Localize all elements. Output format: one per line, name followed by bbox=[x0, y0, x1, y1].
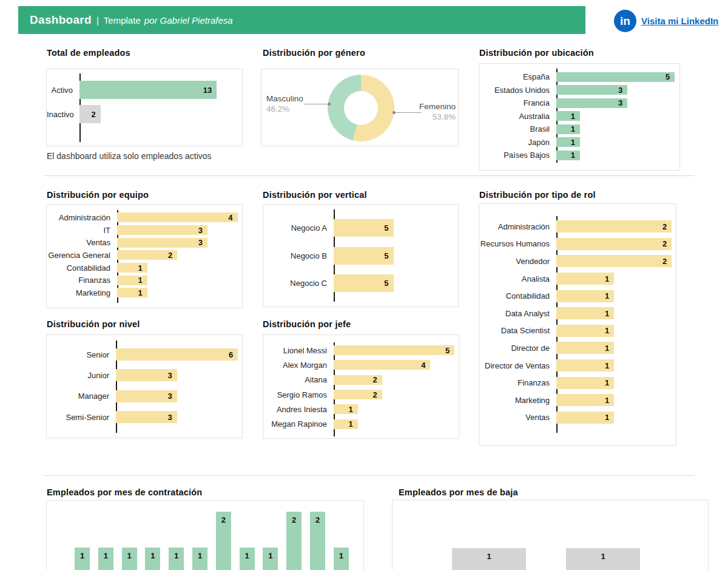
value-label: 2 bbox=[92, 110, 101, 119]
donut-callout-masculino: Masculino 46.2% bbox=[266, 94, 303, 114]
category-label: Activo bbox=[47, 86, 79, 95]
value-label: 2 bbox=[286, 515, 302, 524]
value-label: 1 bbox=[122, 551, 137, 560]
bar-row: Manager3 bbox=[47, 386, 242, 407]
bar: 1 bbox=[556, 412, 614, 424]
bar-row: Contabilidad1 bbox=[47, 262, 242, 274]
value-label: 3 bbox=[618, 86, 627, 95]
bar-track: 1 bbox=[556, 287, 676, 305]
column-bar: 1 bbox=[122, 548, 137, 570]
bar: 2 bbox=[556, 220, 672, 232]
bar: 1 bbox=[556, 111, 580, 121]
bar-row: Inactivo2 bbox=[47, 102, 242, 126]
category-label: Estados Unidos bbox=[479, 86, 556, 95]
value-label: 1 bbox=[334, 551, 349, 560]
bar: 3 bbox=[556, 98, 627, 108]
bar-row: Analista1 bbox=[479, 270, 676, 288]
value-label: 1 bbox=[349, 405, 358, 414]
bar-row: Francia3 bbox=[479, 97, 679, 110]
category-label: Megan Rapinoe bbox=[263, 419, 334, 429]
value-label: 4 bbox=[228, 213, 237, 222]
bar-track: 2 bbox=[556, 253, 676, 270]
category-label: Japón bbox=[479, 138, 556, 147]
value-label: 1 bbox=[605, 344, 614, 353]
bar: 3 bbox=[116, 369, 177, 381]
value-label: 1 bbox=[169, 551, 184, 560]
bar-row: Semi-Senior3 bbox=[47, 407, 242, 427]
bar-track: 3 bbox=[116, 365, 242, 385]
value-label: 1 bbox=[571, 138, 580, 147]
dashboard-page: { "header": { "title": "Dashboard", "sep… bbox=[0, 0, 728, 570]
bar-track: 1 bbox=[334, 416, 459, 431]
bar-row: Lionel Messi5 bbox=[263, 343, 459, 358]
chart-title-equipo: Distribución por equipo bbox=[47, 190, 149, 200]
value-label: 2 bbox=[372, 375, 382, 384]
linkedin-icon[interactable]: in bbox=[614, 10, 636, 32]
bar-track: 1 bbox=[117, 274, 242, 287]
category-label: Australia bbox=[479, 112, 556, 121]
bar-track: 4 bbox=[117, 211, 242, 224]
category-label: Marketing bbox=[47, 288, 117, 297]
category-label: Negocio B bbox=[263, 251, 334, 260]
bar-row: Finanzas1 bbox=[47, 274, 242, 287]
equipo-chart: Administración4IT3Ventas3Gerencia Genera… bbox=[46, 204, 243, 308]
category-label: Marketing bbox=[479, 396, 556, 405]
bar: 6 bbox=[116, 348, 238, 361]
bar-track: 1 bbox=[556, 270, 676, 288]
bar-row: Data Scientist1 bbox=[479, 322, 676, 340]
value-label: 5 bbox=[384, 223, 393, 232]
value-label: 3 bbox=[198, 238, 207, 247]
chart-title-genero: Distribución por género bbox=[263, 48, 365, 58]
value-label: 1 bbox=[571, 124, 580, 134]
bar-track: 1 bbox=[556, 357, 676, 375]
category-label: España bbox=[479, 72, 556, 81]
bar-track: 2 bbox=[334, 373, 459, 387]
bar: 1 bbox=[556, 359, 614, 372]
value-label: 1 bbox=[349, 419, 358, 429]
bar-track: 1 bbox=[556, 322, 676, 340]
bar: 3 bbox=[556, 85, 627, 95]
bar-row: Sergio Ramos2 bbox=[263, 387, 459, 402]
value-label: 1 bbox=[605, 291, 614, 300]
value-label: 1 bbox=[605, 274, 614, 283]
bar: 2 bbox=[556, 255, 672, 267]
value-label: 2 bbox=[216, 515, 231, 524]
value-label: 1 bbox=[571, 151, 580, 160]
linkedin-link[interactable]: Visita mi LinkedIn bbox=[641, 16, 718, 26]
bar-row: Senior6 bbox=[47, 344, 242, 365]
value-label: 2 bbox=[662, 257, 672, 266]
bar: 4 bbox=[117, 212, 238, 222]
bar-row: Marketing1 bbox=[47, 287, 242, 299]
category-label: Vendedor bbox=[479, 257, 556, 266]
total-empleados-chart: Activo13Inactivo2 bbox=[46, 69, 243, 146]
category-label: Francia bbox=[479, 98, 556, 107]
chart-title-contratacion: Empleados por mes de contratación bbox=[47, 487, 202, 497]
bar: 5 bbox=[334, 274, 394, 292]
bar-track: 5 bbox=[334, 343, 459, 358]
bar-track: 3 bbox=[556, 84, 679, 97]
category-label: Alex Morgan bbox=[263, 361, 334, 370]
category-label: Senior bbox=[47, 350, 116, 359]
value-label: 2 bbox=[372, 390, 382, 399]
bar: 2 bbox=[334, 375, 382, 385]
bar-track: 1 bbox=[117, 287, 242, 299]
baja-chart: 11 bbox=[392, 500, 709, 570]
column-bar: 1 bbox=[75, 548, 90, 570]
chart-title-baja: Empleados por mes de baja bbox=[399, 487, 518, 497]
category-label: Gerencia General bbox=[47, 251, 117, 260]
bar-track: 2 bbox=[334, 387, 459, 402]
value-label: 1 bbox=[605, 378, 614, 387]
value-label: 1 bbox=[571, 112, 580, 121]
bar: 1 bbox=[556, 342, 614, 354]
value-label: 1 bbox=[566, 552, 640, 561]
value-label: 1 bbox=[192, 551, 207, 560]
column-bar: 1 bbox=[566, 548, 640, 570]
bar-row: Junior3 bbox=[47, 365, 242, 385]
bar: 2 bbox=[79, 105, 101, 123]
bar-row: Vendedor2 bbox=[479, 253, 676, 270]
bar: 1 bbox=[334, 404, 358, 414]
bar-track: 1 bbox=[556, 136, 679, 149]
bar: 2 bbox=[556, 238, 672, 250]
bar-track: 3 bbox=[116, 386, 242, 407]
bar: 5 bbox=[334, 219, 394, 237]
